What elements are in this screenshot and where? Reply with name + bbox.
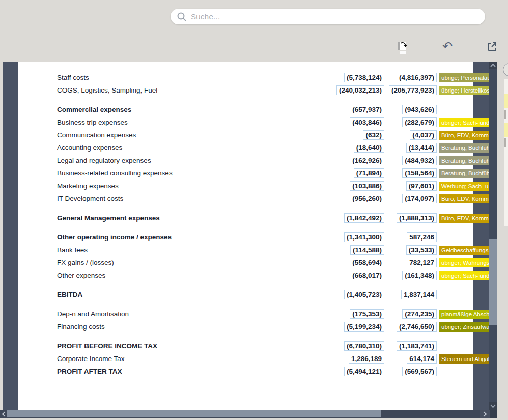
row-label: Corporate Income Tax [57,354,125,363]
search-input[interactable]: Suche... [171,9,485,24]
table-row: Commercilal expenses(657,937)(943,626) [18,105,489,114]
account-category-tag[interactable]: übriger; Sach- und [439,118,489,127]
account-category-tag[interactable]: Beratung, Buchfüh [439,143,489,153]
row-value-col2[interactable]: (569,567) [402,367,437,376]
vertical-scrollbar[interactable] [489,62,497,410]
row-value-col1[interactable]: (5,494,121) [344,367,384,376]
table-row: Legal and regulatory expenses(162,926)(4… [18,156,489,165]
scroll-up-button[interactable] [489,62,497,69]
table-row: Other operating income / expenses(1,341,… [18,233,489,242]
row-label: Staff costs [57,73,89,82]
scroll-right-button[interactable] [480,410,490,418]
account-category-tag[interactable]: übriger; Währungsv [439,258,489,267]
row-value-col1[interactable]: 1,286,189 [349,354,384,364]
viewport-left-margin [3,62,18,410]
account-category-tag[interactable]: Büro, EDV, Kommu [439,194,489,203]
table-row: PROFIT BEFORE INCOME TAX(6,780,310)(1,18… [18,342,489,350]
row-label: Commercilal expenses [57,105,131,114]
scroll-down-button[interactable] [489,402,497,410]
table-row: EBITDA(1,405,723)1,837,144 [18,290,489,299]
row-value-col1[interactable]: (162,926) [350,156,384,165]
row-value-col2[interactable]: (4,816,397) [397,73,437,82]
row-value-col1[interactable]: (175,353) [350,309,384,319]
row-value-col1[interactable]: (18,640) [354,143,384,153]
row-value-col2[interactable]: (282,679) [402,117,437,127]
row-value-col2[interactable]: (2,746,650) [397,322,437,332]
row-value-col2[interactable]: (4,037) [410,130,437,140]
row-value-col1[interactable]: (403,846) [350,117,384,127]
row-value-col2[interactable]: (484,932) [402,156,437,165]
row-value-col2[interactable]: 782,127 [407,258,437,267]
row-value-col2[interactable]: (943,626) [402,105,437,114]
row-value-col1[interactable]: (6,780,310) [344,341,384,351]
horizontal-scroll-thumb[interactable] [7,410,381,417]
account-category-tag[interactable]: Geldbeschaffungs [439,246,489,255]
right-edge-panel [497,62,508,418]
table-row: COGS, Logistics, Sampling, Fuel(240,032,… [18,86,489,95]
account-category-tag[interactable]: Werbung; Sach- u [439,182,489,191]
undo-button[interactable]: ↶ [442,41,453,52]
row-value-col2[interactable]: 1,837,144 [401,290,437,299]
row-value-col1[interactable]: (632) [363,130,384,140]
row-value-col1[interactable]: (5,738,124) [344,73,384,82]
row-value-col2[interactable]: (97,601) [406,181,437,191]
table-row: Dep-n and Amortisation(175,353)(274,235)… [18,310,489,318]
account-category-tag[interactable]: Beratung, Buchfüh [439,169,489,178]
account-category-tag[interactable]: planmäßige Absch [439,310,489,319]
partial-circle-button[interactable] [503,63,508,76]
account-category-tag[interactable]: übrige; Herstellkos [439,86,489,95]
row-value-col1[interactable]: (5,199,234) [344,322,384,332]
open-external-button[interactable] [487,41,497,54]
row-value-col2[interactable]: (13,414) [406,143,437,153]
toolbar: 2 / 3 Kontobezeichnung anzeigen Farbmark… [0,32,508,62]
table-row: Financing costs(5,199,234)(2,746,650)übr… [18,322,489,331]
row-value-col1[interactable]: (71,894) [354,168,384,178]
document-page-container: Staff costs(5,738,124)(4,816,397)übrige;… [18,62,489,410]
undo-icon: ↶ [442,39,453,53]
row-value-col1[interactable]: (657,937) [350,105,384,114]
row-value-col1[interactable]: (114,588) [350,245,384,255]
account-category-tag[interactable]: Büro, EDV, Kommu [439,214,489,223]
row-value-col1[interactable]: (1,341,300) [344,232,384,242]
row-value-col2[interactable]: 614,174 [407,354,437,364]
vertical-scroll-thumb[interactable] [489,239,497,325]
row-label: FX gains / (losses) [57,258,114,267]
table-row: Bank fees(114,588)(33,533)Geldbeschaffun… [18,246,489,254]
row-value-col2[interactable]: (274,235) [402,309,437,319]
chevron-left-icon [2,411,6,417]
table-row: Accounting expenses(18,640)(13,414)Berat… [18,143,489,152]
row-value-col2[interactable]: (1,888,313) [397,213,437,223]
flip-page-button[interactable] [397,40,409,56]
row-value-col1[interactable]: (240,032,213) [336,85,384,95]
row-value-col1[interactable]: (1,405,723) [344,290,384,299]
row-value-col2[interactable]: (174,097) [402,194,437,203]
row-label: PROFIT BEFORE INCOME TAX [57,342,157,350]
account-category-tag[interactable]: übriger; Sach- und [439,271,489,280]
table-row: Corporate Income Tax1,286,189614,174Steu… [18,354,489,363]
row-value-col2[interactable]: (1,183,741) [397,341,437,351]
account-category-tag[interactable]: übrige; Personalau [439,73,489,82]
row-value-col1[interactable]: (103,886) [350,181,384,191]
scroll-left-button[interactable] [0,410,8,418]
account-category-tag[interactable]: Büro, EDV, Kommu [439,131,489,140]
row-label: Accounting expenses [57,143,122,152]
row-label: PROFIT AFTER TAX [57,367,122,376]
account-category-tag[interactable]: übriger; Zinsaufwa [439,322,489,332]
row-value-col1[interactable]: (558,694) [350,258,384,267]
row-value-col1[interactable]: (668,017) [350,271,384,280]
account-category-tag[interactable]: Steuern und Abgab [439,354,489,364]
table-row: Communication expenses(632)(4,037)Büro, … [18,131,489,139]
row-label: Other expenses [57,271,105,280]
row-value-col2[interactable]: (161,348) [402,271,437,280]
row-value-col2[interactable]: (33,533) [406,245,437,255]
account-category-tag[interactable]: Beratung, Buchfüh [439,156,489,165]
row-value-col2[interactable]: 587,246 [407,232,437,242]
row-value-col2[interactable]: (205,773,923) [389,85,437,95]
row-value-col1[interactable]: (1,842,492) [344,213,384,223]
cutoff-gray-fragment [504,138,506,147]
horizontal-scrollbar[interactable] [0,410,497,418]
row-value-col2[interactable]: (158,564) [402,168,437,178]
flip-page-icon [397,40,409,54]
row-value-col1[interactable]: (956,260) [350,194,384,203]
row-label: Bank fees [57,246,88,254]
